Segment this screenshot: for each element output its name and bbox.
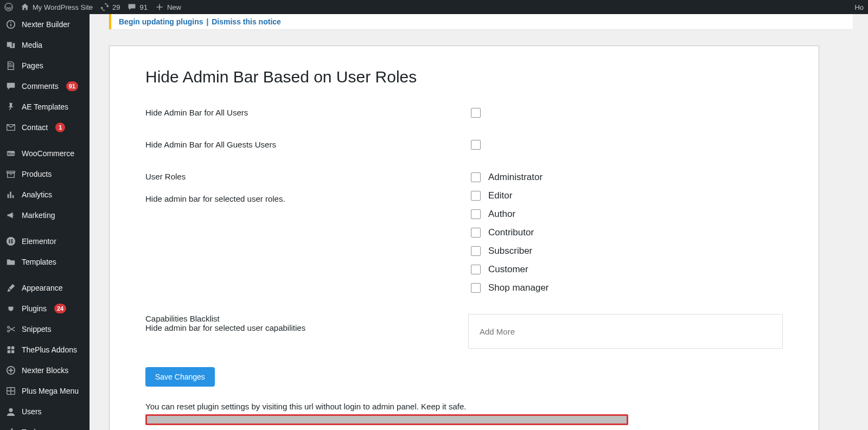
sidebar-item-label: Media — [22, 41, 42, 49]
new-link[interactable]: New — [155, 3, 181, 11]
wp-logo[interactable] — [4, 3, 13, 11]
save-button[interactable]: Save Changes — [145, 367, 215, 387]
sidebar-item-label: Analytics — [22, 190, 52, 199]
checkbox-role-shop-manager[interactable] — [471, 283, 481, 293]
dismiss-notice-link[interactable]: Dismiss this notice — [212, 17, 281, 26]
sidebar-item-snippets[interactable]: Snippets — [0, 319, 90, 339]
sidebar-item-label: Templates — [22, 258, 56, 266]
sidebar-badge: 24 — [54, 304, 66, 313]
sidebar-item-contact[interactable]: Contact1 — [0, 117, 90, 138]
sidebar-item-ae-templates[interactable]: AE Templates — [0, 97, 90, 117]
sidebar-item-media[interactable]: Media — [0, 35, 90, 55]
checkbox-role-contributor[interactable] — [471, 228, 481, 238]
role-label: Author — [488, 209, 515, 220]
sidebar-item-nexter-blocks[interactable]: Nexter Blocks — [0, 360, 90, 381]
sidebar-item-label: Users — [22, 407, 42, 416]
checkbox-hide-all[interactable] — [471, 108, 481, 118]
sidebar-item-marketing[interactable]: Marketing — [0, 205, 90, 226]
block-icon — [5, 365, 16, 376]
role-item: Customer — [471, 264, 783, 275]
role-item: Author — [471, 209, 783, 220]
sidebar-spacer — [0, 138, 90, 143]
svg-rect-15 — [8, 350, 10, 353]
svg-point-20 — [9, 408, 12, 412]
capabilities-input[interactable] — [468, 314, 783, 349]
comment-icon — [127, 3, 136, 11]
checkbox-role-author[interactable] — [471, 209, 481, 219]
sidebar-item-products[interactable]: Products — [0, 164, 90, 184]
row-hide-guests: Hide Admin Bar for All Guests Users — [145, 140, 783, 151]
svg-text:Woo: Woo — [7, 152, 15, 156]
role-label: Administrator — [488, 172, 542, 183]
woo-icon: Woo — [5, 148, 16, 159]
comments-count: 91 — [139, 3, 147, 11]
label-cap-blacklist: Capabilities Blacklist — [145, 314, 468, 323]
megaphone-icon — [5, 210, 16, 221]
svg-rect-3 — [10, 22, 11, 23]
elementor-icon — [5, 236, 16, 247]
sidebar-item-label: Nexter Builder — [22, 20, 70, 29]
sidebar-item-label: Contact — [22, 123, 48, 132]
sidebar-item-label: Products — [22, 170, 52, 178]
label-user-roles: User Roles — [145, 172, 471, 181]
sidebar-item-appearance[interactable]: Appearance — [0, 278, 90, 298]
archive-icon — [5, 169, 16, 179]
role-label: Contributor — [488, 227, 534, 238]
site-name-link[interactable]: My WordPress Site — [21, 3, 93, 11]
sidebar-item-label: Appearance — [22, 284, 63, 292]
role-list: AdministratorEditorAuthorContributorSubs… — [471, 172, 783, 293]
sidebar-item-analytics[interactable]: Analytics — [0, 184, 90, 205]
sidebar-item-label: AE Templates — [22, 102, 68, 111]
sidebar-item-label: ThePlus Addons — [22, 345, 77, 354]
begin-updating-link[interactable]: Begin updating plugins — [119, 17, 203, 26]
settings-card: Hide Admin Bar Based on User Roles Hide … — [109, 46, 819, 430]
sidebar-item-comments[interactable]: Comments91 — [0, 76, 90, 97]
sidebar-item-plugins[interactable]: Plugins24 — [0, 298, 90, 319]
sidebar-item-label: Snippets — [22, 325, 51, 333]
svg-rect-7 — [9, 239, 10, 243]
svg-point-12 — [8, 330, 10, 332]
sidebar-item-plus-mega[interactable]: Plus Mega Menu — [0, 381, 90, 401]
checkbox-role-customer[interactable] — [471, 265, 481, 274]
checkbox-role-editor[interactable] — [471, 191, 481, 201]
sidebar-spacer — [0, 226, 90, 231]
comments-link[interactable]: 91 — [127, 3, 147, 11]
role-item: Administrator — [471, 172, 783, 183]
sidebar-menu: Nexter BuilderMediaPagesComments91AE Tem… — [0, 14, 90, 430]
sidebar-item-label: Elementor — [22, 237, 56, 246]
wrench-icon — [5, 427, 16, 430]
role-label: Customer — [488, 264, 528, 275]
media-icon — [5, 40, 16, 50]
plug-icon — [5, 303, 16, 314]
role-item: Contributor — [471, 227, 783, 238]
sidebar-item-theplus[interactable]: ThePlus Addons — [0, 339, 90, 360]
sidebar-item-users[interactable]: Users — [0, 401, 90, 422]
checkbox-role-subscriber[interactable] — [471, 246, 481, 256]
svg-rect-9 — [11, 241, 13, 242]
checkbox-role-administrator[interactable] — [471, 172, 481, 182]
sidebar-badge: 91 — [66, 81, 78, 91]
reset-text: You can reset plugin settings by visitin… — [145, 402, 783, 411]
sidebar-item-label: Plugins — [22, 304, 47, 313]
home-icon — [21, 3, 29, 11]
sidebar-item-label: Comments — [22, 82, 59, 91]
sidebar-item-woocommerce[interactable]: WooWooCommerce — [0, 143, 90, 164]
sidebar-item-tools[interactable]: Tools — [0, 422, 90, 430]
checkbox-hide-guests[interactable] — [471, 140, 481, 150]
updates-count: 29 — [112, 3, 120, 11]
label-hide-guests: Hide Admin Bar for All Guests Users — [145, 140, 471, 149]
sidebar-item-nexter-builder[interactable]: Nexter Builder — [0, 14, 90, 35]
sidebar-item-elementor[interactable]: Elementor — [0, 231, 90, 252]
page-icon — [5, 60, 16, 71]
updates-link[interactable]: 29 — [100, 3, 120, 11]
sidebar-item-label: Tools — [22, 428, 40, 430]
role-label: Editor — [488, 190, 512, 201]
sidebar-item-pages[interactable]: Pages — [0, 55, 90, 76]
sidebar-item-label: Nexter Blocks — [22, 366, 68, 375]
sidebar-item-templates[interactable]: Templates — [0, 252, 90, 272]
comment-icon — [5, 81, 16, 92]
scissors-icon — [5, 324, 16, 335]
user-icon — [5, 406, 16, 417]
role-item: Subscriber — [471, 246, 783, 256]
site-name-text: My WordPress Site — [33, 3, 93, 11]
